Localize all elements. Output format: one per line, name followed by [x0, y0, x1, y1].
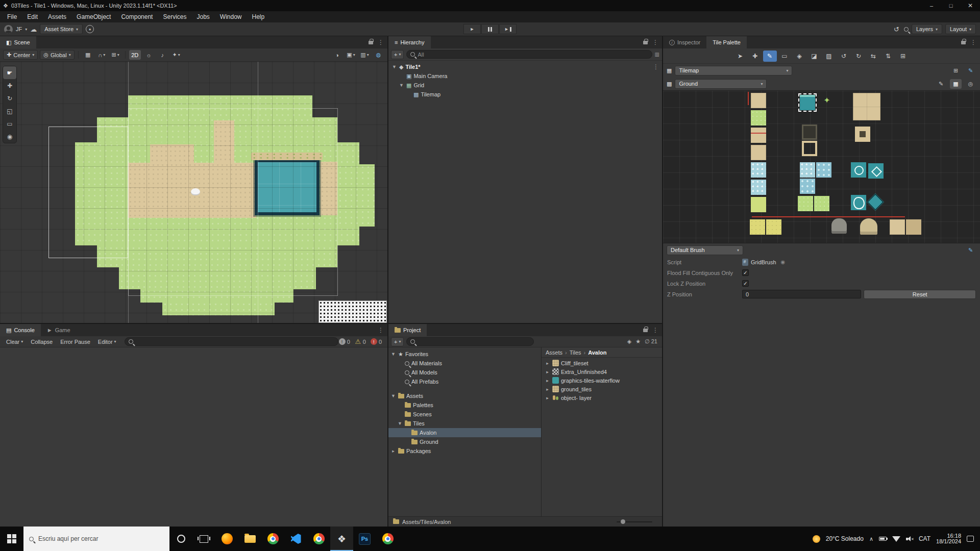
kebab-menu-icon[interactable]: ⋮	[378, 327, 384, 334]
hand-tool-icon[interactable]: ☛	[3, 66, 16, 79]
favorites-star-icon[interactable]: ★	[635, 338, 641, 345]
snap-icon[interactable]: ∩▾	[96, 50, 108, 60]
foldout-icon[interactable]: ▸	[390, 448, 396, 454]
weather-sun-icon[interactable]	[813, 535, 820, 543]
menu-assets[interactable]: Assets	[43, 13, 71, 20]
move-tool-icon[interactable]: ✚	[3, 79, 16, 92]
foldout-icon[interactable]: ▸	[545, 361, 550, 366]
palette-tile[interactable]	[751, 162, 766, 178]
filter-icon[interactable]: ▥	[655, 52, 659, 57]
palette-tile[interactable]	[751, 145, 766, 160]
kebab-menu-icon[interactable]: ⋮	[652, 327, 658, 334]
taskbar-app-firefox[interactable]	[215, 527, 238, 551]
editor-button[interactable]: Editor▾	[94, 337, 120, 346]
flip-x-tool-icon[interactable]: ⇆	[867, 51, 880, 62]
asset-item-ground-tiles[interactable]: ▸ground_tiles	[542, 385, 662, 393]
asset-item-cliff-tileset[interactable]: ▸Cliff_tileset	[542, 359, 662, 367]
account-avatar[interactable]	[4, 25, 13, 34]
rotate-tool-icon[interactable]: ↻	[3, 92, 16, 105]
foldout-icon[interactable]: ▸	[545, 395, 550, 400]
breadcrumb-item[interactable]: Assets	[546, 349, 562, 356]
kebab-menu-icon[interactable]: ⋮	[378, 39, 384, 46]
error-count-toggle[interactable]: !0	[371, 338, 382, 345]
cloud-icon[interactable]: ☁	[30, 26, 37, 33]
tree-packages[interactable]: ▸Packages	[388, 446, 541, 456]
foldout-icon[interactable]: ▸	[545, 369, 550, 374]
error-pause-button[interactable]: Error Pause	[57, 337, 94, 346]
palette-dropdown[interactable]: Ground▾	[675, 79, 767, 89]
select-tool-icon[interactable]: ➤	[733, 51, 747, 62]
reset-button[interactable]: Reset	[864, 290, 976, 299]
taskbar-app-photoshop[interactable]: Ps	[353, 527, 376, 551]
language-indicator[interactable]: CAT	[919, 535, 930, 542]
palette-tile[interactable]	[890, 219, 905, 235]
palette-tile[interactable]	[800, 95, 815, 110]
taskbar-app-vscode[interactable]	[284, 527, 307, 551]
palette-tile[interactable]	[851, 195, 866, 210]
tree-all-models[interactable]: All Models	[388, 368, 541, 377]
palette-tile[interactable]	[751, 197, 766, 212]
kebab-menu-icon[interactable]: ⋮	[653, 63, 659, 70]
palette-tile[interactable]	[867, 193, 884, 211]
tree-favorites[interactable]: ▼★Favorites	[388, 349, 541, 359]
asset-store-button[interactable]: Asset Store▾	[40, 24, 83, 34]
palette-tile[interactable]	[798, 196, 813, 211]
warning-count-toggle[interactable]: ⚠0	[355, 338, 366, 345]
menu-file[interactable]: File	[2, 13, 22, 20]
grid-toggle-icon[interactable]: ▦	[950, 79, 962, 89]
fill-tool-icon[interactable]: ▨	[822, 51, 836, 62]
edit-palette-icon[interactable]: ✎	[935, 79, 947, 89]
kebab-menu-icon[interactable]: ⋮	[652, 39, 658, 46]
palette-tile[interactable]	[751, 93, 766, 108]
menu-jobs[interactable]: Jobs	[191, 13, 214, 20]
battery-icon[interactable]	[879, 537, 887, 541]
asset-item-extra-unfinished4[interactable]: ▸Extra_Unfinished4	[542, 367, 662, 376]
close-button[interactable]: ✕	[961, 0, 980, 11]
hierarchy-item-tile1[interactable]: ▼◆Tile1*⋮	[388, 62, 662, 71]
add-gameobject-button[interactable]: + ▾	[391, 50, 404, 59]
audio-toggle-icon[interactable]: ♪	[157, 50, 168, 60]
brush-dropdown[interactable]: Default Brush▾	[667, 245, 743, 255]
tab-tile-palette[interactable]: Tile Palette	[706, 36, 747, 48]
lock-icon[interactable]	[643, 41, 648, 44]
add-asset-button[interactable]: + ▾	[391, 337, 404, 346]
thumbnail-zoom-slider[interactable]	[617, 521, 652, 522]
maximize-button[interactable]: □	[941, 0, 961, 11]
foldout-icon[interactable]: ▸	[545, 387, 550, 392]
tree-all-prefabs[interactable]: All Prefabs	[388, 377, 541, 386]
collab-icon[interactable]: ●	[86, 25, 94, 33]
play-button[interactable]: ►	[463, 24, 481, 34]
taskbar-app-unity[interactable]: ❖	[330, 527, 353, 551]
menu-window[interactable]: Window	[215, 13, 247, 20]
breadcrumb-item[interactable]: Tiles	[570, 349, 581, 356]
new-palette-icon[interactable]: ⊞	[950, 66, 962, 76]
foldout-open-icon[interactable]: ▼	[391, 64, 397, 69]
menu-help[interactable]: Help	[247, 13, 270, 20]
palette-tile[interactable]	[906, 219, 921, 235]
taskbar-app-chrome[interactable]	[261, 527, 284, 551]
taskbar-app-chrome-2[interactable]	[307, 527, 330, 551]
console-log-area[interactable]	[0, 347, 387, 527]
info-count-toggle[interactable]: !0	[339, 338, 350, 345]
gizmo-toggle-icon[interactable]: ◎	[965, 79, 976, 89]
lighting-toggle-icon[interactable]: ☼	[143, 50, 155, 60]
scene-visibility-icon[interactable]: ◑	[331, 50, 343, 60]
2d-mode-toggle[interactable]: 2D	[129, 50, 141, 60]
palette-tile[interactable]	[800, 162, 815, 178]
palette-tile[interactable]	[751, 128, 766, 143]
palette-tile[interactable]	[750, 219, 765, 235]
palette-tile[interactable]	[851, 162, 866, 178]
object-picker-icon[interactable]: ◉	[781, 259, 786, 265]
rect-tool-icon[interactable]: ▭	[3, 117, 16, 130]
tree-avalon[interactable]: Avalon	[388, 428, 541, 437]
palette-tile[interactable]	[800, 179, 815, 194]
notification-center-icon[interactable]	[967, 536, 974, 542]
brush-tool-icon[interactable]: ✎	[763, 51, 777, 62]
scale-tool-icon[interactable]: ◱	[3, 105, 16, 117]
rotate-left-tool-icon[interactable]: ↺	[837, 51, 851, 62]
lock-icon[interactable]	[643, 329, 648, 332]
taskbar-app-task-view[interactable]	[192, 527, 215, 551]
tree-assets[interactable]: ▼Assets	[388, 391, 541, 400]
active-tilemap-dropdown[interactable]: Tilemap▾	[675, 66, 792, 76]
taskbar-app-chrome-3[interactable]	[376, 527, 399, 551]
